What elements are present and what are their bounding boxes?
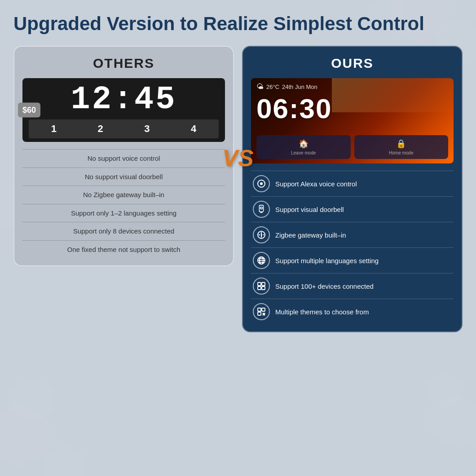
ours-display: 🌤 26°C 24th Jun Mon 06:30 🏠 Leave mode 🔒… [251, 78, 454, 163]
ours-title: OURS [251, 56, 454, 71]
feature-icon-0 [253, 175, 270, 192]
ours-feature-1: Support visual doorbell [251, 196, 454, 222]
svg-rect-19 [262, 308, 265, 311]
digit-1: 1 [45, 123, 63, 135]
feature-icon-4 [253, 278, 270, 295]
temperature: 26°C [266, 84, 279, 90]
ours-feature-0: Support Alexa voice control [251, 171, 454, 196]
svg-rect-20 [258, 312, 261, 315]
ours-feature-text-1: Support visual doorbell [275, 205, 344, 214]
weather-icon: 🌤 [256, 83, 264, 91]
others-feature-0: No support voice control [22, 149, 225, 167]
ours-feature-3: Support multiple languages setting [251, 247, 454, 273]
others-feature-2: No Zigbee gateway built–in [22, 185, 225, 204]
others-feature-3: Support only 1–2 languages setting [22, 204, 225, 222]
ours-feature-text-5: Multiple themes to choose from [275, 308, 369, 317]
others-title: OTHERS [22, 56, 225, 71]
ours-feature-text-2: Zigbee gateway built–in [275, 231, 346, 240]
mode-home: 🔒 Home mode [354, 135, 449, 159]
svg-rect-17 [262, 286, 265, 290]
ours-feature-2: Zigbee gateway built–in [251, 222, 454, 247]
ours-features: Support Alexa voice control Support visu… [251, 171, 454, 324]
comparison-cards: VS OTHERS $60 12:45 1 2 3 4 No support v… [13, 46, 463, 332]
others-features: No support voice control No support visu… [22, 149, 225, 258]
others-feature-1: No support visual doorbell [22, 167, 225, 186]
digit-3: 3 [138, 123, 156, 135]
svg-rect-14 [258, 282, 261, 286]
digit-2: 2 [92, 123, 110, 135]
mode-leave: 🏠 Leave mode [256, 135, 351, 159]
date: 24th Jun Mon [282, 84, 317, 90]
others-time: 12:45 [29, 84, 219, 116]
svg-rect-16 [258, 286, 261, 290]
leave-icon: 🏠 [299, 139, 309, 149]
ours-feature-4: Support 100+ devices connected [251, 273, 454, 299]
card-ours: OURS 🌤 26°C 24th Jun Mon 06:30 🏠 Leave m… [242, 46, 463, 332]
ours-modes: 🏠 Leave mode 🔒 Home mode [256, 135, 448, 159]
svg-rect-2 [259, 205, 263, 212]
others-display: $60 12:45 1 2 3 4 [22, 78, 225, 142]
others-feature-5: One fixed theme not support to switch [22, 240, 225, 259]
digit-buttons: 1 2 3 4 [29, 119, 219, 138]
leave-label: Leave mode [291, 150, 316, 155]
svg-point-1 [260, 182, 263, 185]
home-label: Home mode [389, 150, 413, 155]
feature-icon-2 [253, 226, 270, 243]
ours-display-inner: 🌤 26°C 24th Jun Mon 06:30 🏠 Leave mode 🔒… [251, 78, 454, 163]
card-others: OTHERS $60 12:45 1 2 3 4 No support voic… [13, 46, 234, 266]
price-tag: $60 [18, 103, 40, 118]
feature-icon-3 [253, 252, 270, 269]
ours-feature-5: Multiple themes to choose from [251, 299, 454, 324]
page-title: Upgraded Version to Realize Simplest Con… [13, 13, 463, 35]
ours-feature-text-3: Support multiple languages setting [275, 256, 379, 265]
home-icon: 🔒 [396, 139, 406, 149]
ours-time: 06:30 [256, 93, 448, 124]
feature-icon-5 [253, 303, 270, 320]
digit-4: 4 [185, 123, 203, 135]
svg-rect-15 [262, 282, 265, 286]
ours-weather: 🌤 26°C 24th Jun Mon [256, 83, 448, 91]
ours-feature-text-4: Support 100+ devices connected [275, 282, 374, 291]
others-feature-4: Support only 8 devices connected [22, 222, 225, 240]
feature-icon-1 [253, 201, 270, 218]
page-content: Upgraded Version to Realize Simplest Con… [0, 0, 476, 341]
svg-point-3 [260, 207, 263, 209]
ours-feature-text-0: Support Alexa voice control [275, 180, 357, 189]
svg-rect-18 [258, 308, 261, 311]
